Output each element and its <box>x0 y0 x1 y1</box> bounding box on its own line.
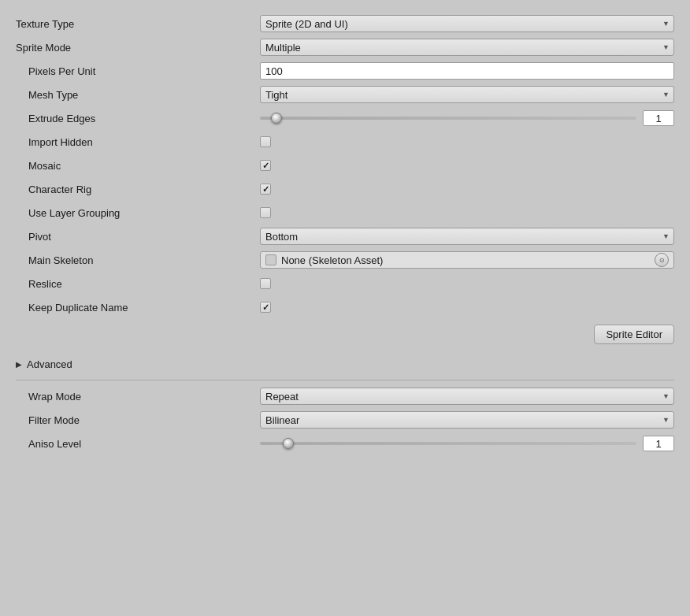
extrude-edges-track[interactable] <box>260 117 636 120</box>
texture-type-dropdown-wrapper: Sprite (2D and UI) <box>260 15 674 32</box>
character-rig-row: Character Rig <box>16 178 674 200</box>
skeleton-pick-button[interactable]: ⊙ <box>655 253 669 267</box>
filter-mode-row: Filter Mode Bilinear <box>16 409 674 431</box>
pivot-label: Pivot <box>16 231 260 243</box>
pivot-row: Pivot Bottom <box>16 225 674 247</box>
aniso-level-slider-wrapper: 1 <box>260 436 674 451</box>
main-skeleton-control: None (Skeleton Asset) ⊙ <box>260 251 674 269</box>
reslice-checkbox[interactable] <box>260 278 271 289</box>
advanced-triangle-icon: ▶ <box>16 360 22 369</box>
texture-type-label: Texture Type <box>16 18 260 30</box>
wrap-mode-control: Repeat <box>260 388 674 405</box>
main-skeleton-input[interactable]: None (Skeleton Asset) ⊙ <box>260 251 674 269</box>
mesh-type-dropdown[interactable]: Tight <box>260 86 674 103</box>
reslice-control <box>260 278 674 289</box>
pivot-dropdown[interactable]: Bottom <box>260 228 674 245</box>
texture-type-row: Texture Type Sprite (2D and UI) <box>16 13 674 35</box>
keep-duplicate-name-row: Keep Duplicate Name <box>16 296 674 318</box>
sprite-mode-dropdown[interactable]: Multiple <box>260 39 674 56</box>
import-hidden-label: Import Hidden <box>16 136 260 148</box>
character-rig-checkbox[interactable] <box>260 184 271 195</box>
skeleton-asset-icon <box>265 254 276 265</box>
pivot-control: Bottom <box>260 228 674 245</box>
wrap-mode-dropdown[interactable]: Repeat <box>260 388 674 405</box>
use-layer-grouping-checkbox[interactable] <box>260 207 271 218</box>
use-layer-grouping-control <box>260 207 674 218</box>
mosaic-control <box>260 160 674 171</box>
character-rig-control <box>260 184 674 195</box>
filter-mode-dropdown-wrapper: Bilinear <box>260 411 674 429</box>
wrap-mode-label: Wrap Mode <box>16 391 260 403</box>
sprite-mode-row: Sprite Mode Multiple <box>16 36 674 58</box>
extrude-edges-control: 1 <box>260 110 674 126</box>
import-hidden-control <box>260 136 674 147</box>
texture-type-dropdown[interactable]: Sprite (2D and UI) <box>260 15 674 32</box>
extrude-edges-value: 1 <box>643 110 674 126</box>
advanced-section-header[interactable]: ▶ Advanced <box>16 354 674 375</box>
main-skeleton-label: Main Skeleton <box>16 254 260 266</box>
sprite-mode-dropdown-wrapper: Multiple <box>260 39 674 56</box>
filter-mode-control: Bilinear <box>260 411 674 429</box>
pivot-dropdown-wrapper: Bottom <box>260 228 674 245</box>
main-skeleton-row: Main Skeleton None (Skeleton Asset) ⊙ <box>16 249 674 271</box>
reslice-label: Reslice <box>16 278 260 290</box>
sprite-editor-button[interactable]: Sprite Editor <box>594 325 674 344</box>
pixels-per-unit-input[interactable] <box>260 62 674 80</box>
import-hidden-checkbox[interactable] <box>260 136 271 147</box>
extrude-edges-thumb[interactable] <box>271 113 282 124</box>
aniso-level-thumb[interactable] <box>283 438 294 449</box>
use-layer-grouping-label: Use Layer Grouping <box>16 207 260 219</box>
advanced-divider <box>16 380 674 380</box>
sprite-mode-control: Multiple <box>260 39 674 56</box>
sprite-mode-label: Sprite Mode <box>16 42 260 54</box>
mosaic-checkbox[interactable] <box>260 160 271 171</box>
wrap-mode-dropdown-wrapper: Repeat <box>260 388 674 405</box>
pixels-per-unit-label: Pixels Per Unit <box>16 65 260 77</box>
extrude-edges-slider-wrapper: 1 <box>260 110 674 126</box>
keep-duplicate-name-label: Keep Duplicate Name <box>16 302 260 314</box>
filter-mode-label: Filter Mode <box>16 414 260 426</box>
keep-duplicate-name-control <box>260 302 674 313</box>
sprite-editor-row: Sprite Editor <box>16 325 674 344</box>
mesh-type-dropdown-wrapper: Tight <box>260 86 674 103</box>
mesh-type-control: Tight <box>260 86 674 103</box>
advanced-label: Advanced <box>27 358 72 370</box>
keep-duplicate-name-checkbox[interactable] <box>260 302 271 313</box>
mesh-type-label: Mesh Type <box>16 89 260 101</box>
aniso-level-label: Aniso Level <box>16 438 260 450</box>
reslice-row: Reslice <box>16 273 674 295</box>
character-rig-label: Character Rig <box>16 184 260 195</box>
settings-panel: Texture Type Sprite (2D and UI) Sprite M… <box>16 13 674 455</box>
mosaic-label: Mosaic <box>16 160 260 172</box>
texture-type-control: Sprite (2D and UI) <box>260 15 674 32</box>
mesh-type-row: Mesh Type Tight <box>16 83 674 106</box>
aniso-level-track[interactable] <box>260 442 636 445</box>
wrap-mode-row: Wrap Mode Repeat <box>16 385 674 407</box>
pixels-per-unit-control <box>260 62 674 80</box>
pixels-per-unit-row: Pixels Per Unit <box>16 60 674 82</box>
aniso-level-control: 1 <box>260 436 674 451</box>
aniso-level-row: Aniso Level 1 <box>16 432 674 455</box>
mosaic-row: Mosaic <box>16 154 674 176</box>
use-layer-grouping-row: Use Layer Grouping <box>16 202 674 224</box>
filter-mode-dropdown[interactable]: Bilinear <box>260 411 674 429</box>
import-hidden-row: Import Hidden <box>16 131 674 153</box>
extrude-edges-label: Extrude Edges <box>16 113 260 124</box>
aniso-level-value: 1 <box>643 436 674 451</box>
extrude-edges-row: Extrude Edges 1 <box>16 107 674 129</box>
main-skeleton-value: None (Skeleton Asset) <box>281 254 650 266</box>
